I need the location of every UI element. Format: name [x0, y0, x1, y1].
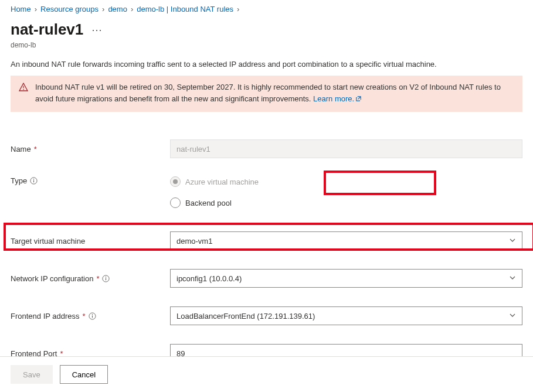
save-button: Save — [11, 365, 53, 384]
page-title: nat-rulev1 — [11, 21, 83, 39]
breadcrumb: Home › Resource groups › demo › demo-lb … — [11, 0, 522, 17]
breadcrumb-home[interactable]: Home — [11, 5, 31, 13]
info-icon[interactable] — [102, 275, 110, 282]
breadcrumb-lb-nat-rules[interactable]: demo-lb | Inbound NAT rules — [137, 5, 233, 13]
page-subtitle: demo-lb — [11, 39, 522, 60]
network-ip-label: Network IP configuration* — [11, 274, 170, 283]
info-icon[interactable] — [30, 177, 38, 185]
type-radio-backend-pool[interactable]: Backend pool — [170, 195, 522, 210]
chevron-right-icon: › — [131, 5, 133, 13]
type-label: Type — [11, 174, 170, 185]
svg-rect-1 — [23, 89, 23, 90]
svg-rect-9 — [92, 315, 93, 318]
type-radio-azure-vm: Azure virtual machine — [170, 174, 522, 189]
chevron-down-icon — [509, 274, 516, 283]
breadcrumb-demo[interactable]: demo — [108, 5, 127, 13]
network-ip-select[interactable]: ipconfig1 (10.0.0.4) — [170, 269, 522, 288]
chevron-down-icon — [509, 312, 516, 321]
chevron-right-icon: › — [237, 5, 239, 13]
warning-text: Inbound NAT rule v1 will be retired on 3… — [35, 81, 514, 105]
target-vm-select[interactable]: demo-vm1 — [170, 231, 522, 250]
svg-rect-7 — [106, 277, 106, 277]
footer-actions: Save Cancel — [0, 356, 533, 392]
svg-rect-6 — [106, 278, 106, 280]
chevron-down-icon — [509, 237, 516, 246]
info-icon[interactable] — [89, 312, 96, 320]
breadcrumb-resource-groups[interactable]: Resource groups — [40, 5, 99, 13]
frontend-ip-select[interactable]: LoadBalancerFrontEnd (172.191.139.61) — [170, 306, 522, 325]
warning-icon — [19, 81, 28, 105]
svg-rect-3 — [33, 180, 34, 183]
page-description: An inbound NAT rule forwards incoming tr… — [11, 60, 522, 76]
frontend-ip-label: Frontend IP address* — [11, 312, 170, 321]
external-link-icon — [355, 94, 362, 105]
svg-rect-10 — [91, 314, 92, 315]
chevron-right-icon: › — [102, 5, 104, 13]
learn-more-link[interactable]: Learn more. — [313, 94, 362, 103]
name-input — [170, 139, 522, 158]
chevron-right-icon: › — [35, 5, 37, 13]
svg-rect-4 — [33, 179, 34, 179]
cancel-button[interactable]: Cancel — [60, 365, 108, 384]
more-actions-button[interactable]: ⋯ — [91, 23, 103, 36]
svg-rect-0 — [23, 86, 23, 88]
name-label: Name* — [11, 145, 170, 154]
warning-banner: Inbound NAT rule v1 will be retired on 3… — [11, 76, 522, 112]
target-vm-label: Target virtual machine — [11, 237, 170, 246]
